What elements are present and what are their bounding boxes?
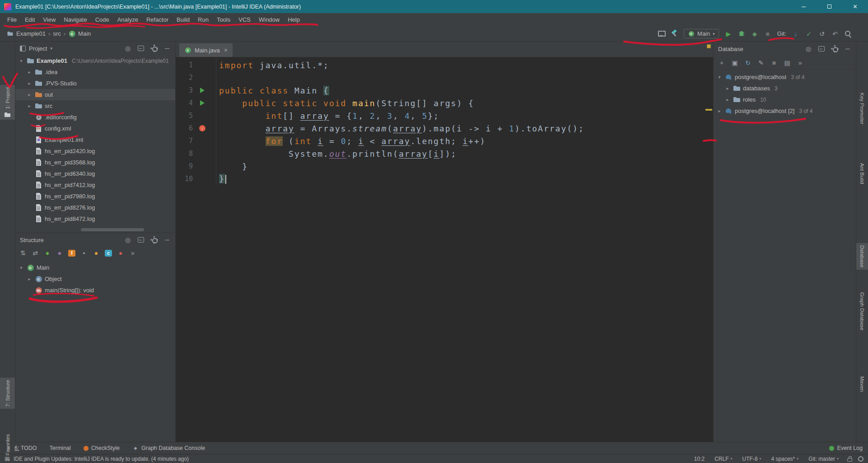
project-item-hs-err-pid6340-log[interactable]: hs_err_pid6340.log (15, 168, 175, 179)
collapse-all-icon[interactable] (818, 46, 825, 52)
tool-button-maven[interactable]: Maven (856, 374, 868, 394)
commit-button[interactable]: ✓ (805, 30, 812, 38)
locate-element-icon[interactable]: ◎ (124, 236, 131, 244)
settings-gear-icon[interactable] (831, 45, 838, 52)
locate-file-icon[interactable]: ◎ (124, 44, 131, 52)
show-inherited-icon[interactable]: ● (44, 249, 51, 257)
project-item-out[interactable]: ▸out (15, 89, 175, 100)
chevron-down-icon[interactable]: ▾ (50, 46, 52, 51)
show-classes-icon[interactable]: c (105, 250, 112, 257)
stop-icon[interactable]: ■ (770, 59, 778, 67)
structure-item-main-string-void[interactable]: mmain(String[]): void (15, 285, 175, 296)
locate-object-icon[interactable]: ◎ (805, 45, 812, 53)
tool-button-2-favorites[interactable]: 2: Favorites (0, 432, 15, 463)
project-item-idea[interactable]: ▸.idea (15, 66, 175, 78)
inspection-indicator-icon[interactable] (707, 44, 711, 48)
project-item-example01-iml[interactable]: Example01.iml (15, 134, 175, 145)
tool-button-7-structure[interactable]: 7: Structure (0, 378, 15, 409)
menu-item-refactor[interactable]: Refactor (142, 13, 173, 26)
breadcrumb-item-example01[interactable]: Example01 (6, 30, 46, 37)
rollback-button[interactable]: ↶ (831, 30, 839, 38)
status-widget-crlf[interactable]: CRLF▾ (714, 456, 732, 462)
code-line-5[interactable]: 5 int[] array = {1, 2, 3, 4, 5}; (176, 109, 713, 122)
database-item-roles[interactable]: ▸roles10 (714, 94, 856, 105)
tree-collapsed-arrow[interactable]: ▸ (724, 97, 731, 102)
tree-expanded-arrow[interactable]: ▾ (18, 58, 24, 63)
menu-item-analyze[interactable]: Analyze (113, 13, 142, 26)
tree-collapsed-arrow[interactable]: ▸ (26, 70, 33, 75)
show-history-button[interactable]: ↺ (818, 30, 826, 38)
show-variables-icon[interactable]: ● (117, 249, 124, 257)
refresh-icon[interactable]: ↻ (744, 59, 751, 67)
project-item-hs-err-pid8472-log[interactable]: hs_err_pid8472.log (15, 213, 175, 224)
project-item-config-xml[interactable]: config.xml (15, 123, 175, 134)
tree-collapsed-arrow[interactable]: ▸ (724, 86, 731, 91)
show-properties-icon[interactable]: ● (93, 249, 100, 257)
status-widget-git-master[interactable]: Git: master▾ (808, 456, 839, 462)
hide-panel-icon[interactable]: ─ (163, 44, 171, 52)
menu-item-help[interactable]: Help (284, 13, 304, 26)
project-item-pvs-studio[interactable]: ▸.PVS-Studio (15, 78, 175, 89)
collapse-all-icon[interactable] (137, 45, 145, 51)
breadcrumb-item-src[interactable]: src (53, 30, 61, 37)
run-gutter-icon[interactable] (196, 100, 208, 106)
horizontal-scrollbar[interactable] (81, 228, 144, 231)
update-project-button[interactable]: ↓ (792, 30, 799, 38)
close-tab-icon[interactable]: × (224, 47, 228, 54)
code-line-9[interactable]: 9 } (176, 160, 713, 173)
search-everywhere-button[interactable] (845, 30, 852, 37)
project-item-hs-err-pid2420-log[interactable]: hs_err_pid2420.log (15, 145, 175, 157)
code-line-6[interactable]: 6 array = Arrays.stream(array).map(i -> … (176, 122, 713, 135)
menu-item-vcs[interactable]: VCS (234, 13, 255, 26)
tool-button-ant-build[interactable]: Ant Build (856, 161, 868, 186)
code-line-7[interactable]: 7 for (int i = 0; i < array.length; i++) (176, 135, 713, 147)
tool-button-database[interactable]: Database (856, 243, 868, 270)
duplicate-icon[interactable]: ▣ (731, 59, 738, 67)
show-getters-setters-icon[interactable]: ▪ (80, 249, 88, 257)
database-item-postgres-localhost-2[interactable]: ▸postgres@localhost [2]3 of 4 (714, 105, 856, 117)
stop-button[interactable]: ■ (764, 30, 771, 38)
breadcrumb-item-main[interactable]: cMain (68, 30, 91, 37)
database-item-postgres-localhost[interactable]: ▾postgres@localhost3 of 4 (714, 71, 856, 83)
close-button[interactable]: × (842, 0, 868, 13)
build-project-icon[interactable] (671, 30, 678, 38)
tool-button-1-project[interactable]: 1: Project (0, 85, 15, 120)
tool-button-graph-database[interactable]: Graph Database (856, 290, 868, 332)
toolwindow-button-checkstyle[interactable]: CheckStyle (84, 445, 120, 451)
write-access-lock-icon[interactable] (847, 458, 852, 462)
run-button[interactable]: ▶ (725, 30, 732, 38)
collapse-all-icon[interactable] (137, 237, 145, 243)
project-item-hs-err-pid7980-log[interactable]: hs_err_pid7980.log (15, 191, 175, 202)
toolwindow-button-graph-database-console[interactable]: ◆Graph Database Console (132, 445, 205, 451)
highlighting-level-icon[interactable] (858, 456, 863, 462)
menu-item-run[interactable]: Run (194, 13, 213, 26)
code-line-10[interactable]: 10} (176, 173, 713, 185)
editor-code[interactable]: 1import java.util.*;23public class Main … (176, 57, 713, 442)
table-view-icon[interactable]: ▤ (784, 59, 791, 67)
settings-gear-icon[interactable] (150, 236, 158, 243)
editor-tab-main-java[interactable]: c Main.java × (179, 43, 233, 57)
sort-by-sort-order-icon[interactable]: ⇅ (19, 249, 27, 257)
status-message[interactable]: IDE and Plugin Updates: IntelliJ IDEA is… (14, 456, 189, 462)
add-data-source-icon[interactable]: + (718, 59, 725, 67)
edit-source-icon[interactable]: ✎ (757, 59, 765, 67)
more-options-icon[interactable]: » (129, 249, 136, 257)
status-widget-10-2[interactable]: 10:2 (694, 456, 705, 462)
tree-expanded-arrow[interactable]: ▾ (716, 75, 723, 80)
code-line-1[interactable]: 1import java.util.*; (176, 59, 713, 71)
warn-gutter-icon[interactable] (196, 125, 208, 131)
menu-item-build[interactable]: Build (173, 13, 194, 26)
project-item-hs-err-pid8276-log[interactable]: hs_err_pid8276.log (15, 202, 175, 213)
tool-button-key-promoter[interactable]: Key Promoter (856, 90, 868, 126)
code-line-3[interactable]: 3public class Main { (176, 84, 713, 97)
project-item-editorconfig[interactable]: .editorconfig (15, 112, 175, 123)
tree-collapsed-arrow[interactable]: ▸ (26, 276, 33, 281)
menu-item-window[interactable]: Window (255, 13, 284, 26)
menu-item-code[interactable]: Code (91, 13, 113, 26)
menu-item-edit[interactable]: Edit (21, 13, 39, 26)
code-line-4[interactable]: 4 public static void main(String[] args)… (176, 97, 713, 109)
menu-item-tools[interactable]: Tools (213, 13, 234, 26)
event-log-button[interactable]: Event Log (829, 445, 863, 451)
status-widget-utf-8[interactable]: UTF-8▾ (742, 456, 761, 462)
toolwindow-button-terminal[interactable]: Terminal (50, 445, 71, 451)
